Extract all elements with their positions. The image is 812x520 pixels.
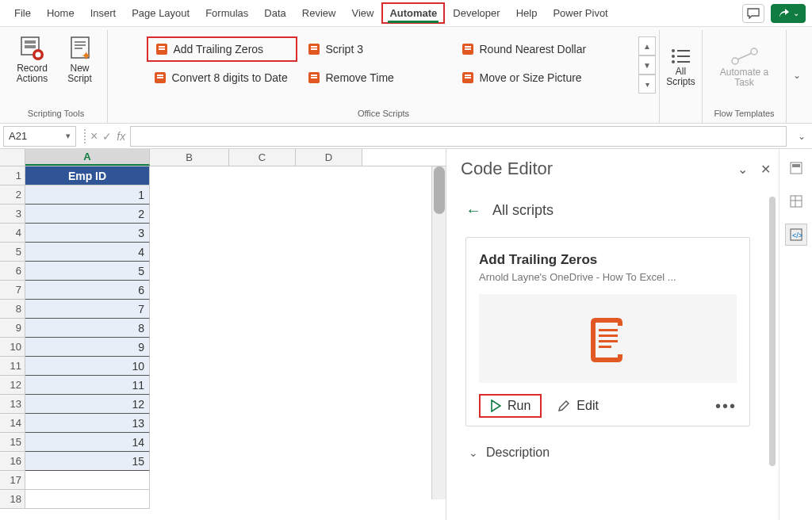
fx-icon[interactable]: fx — [117, 130, 125, 143]
script-move-size[interactable]: Move or Size Picture — [454, 65, 621, 90]
script-label: Add Trailing Zeros — [174, 43, 264, 55]
cell-A4[interactable]: 3 — [25, 224, 150, 243]
rail-cell-edit-icon[interactable] — [785, 157, 807, 179]
tab-formulas[interactable]: Formulas — [197, 2, 256, 24]
cell-A6[interactable]: 5 — [25, 262, 150, 281]
script-add-trailing-zeros[interactable]: Add Trailing Zeros — [147, 36, 297, 62]
row-header[interactable]: 7 — [0, 281, 25, 300]
svg-rect-33 — [677, 61, 690, 63]
record-actions-button[interactable]: Record Actions — [10, 32, 55, 84]
scroll-up[interactable]: ▲ — [638, 36, 656, 55]
rail-code-editor-icon[interactable]: </> — [785, 224, 807, 246]
tab-help[interactable]: Help — [508, 2, 546, 24]
rail-sheet-view-icon[interactable] — [785, 190, 807, 212]
cell-A9[interactable]: 8 — [25, 319, 150, 338]
spreadsheet-area: A B C D 1Emp ID 21 32 43 54 65 76 87 98 … — [0, 149, 446, 520]
script-card: Add Trailing Zeros Arnold Layne's OneDri… — [465, 237, 750, 426]
cell-A13[interactable]: 12 — [25, 395, 150, 414]
more-options[interactable]: ••• — [715, 397, 737, 415]
script-label: Convert 8 digits to Date — [172, 71, 288, 84]
cell-A12[interactable]: 11 — [25, 376, 150, 395]
tab-view[interactable]: View — [343, 2, 381, 24]
cell-A16[interactable]: 15 — [25, 452, 150, 471]
script-round-nearest[interactable]: Round Nearest Dollar — [454, 36, 621, 62]
svg-rect-27 — [465, 77, 471, 78]
row-header[interactable]: 1 — [0, 166, 25, 185]
tab-automate[interactable]: Automate — [381, 2, 445, 24]
cell-A14[interactable]: 13 — [25, 414, 150, 433]
enter-icon[interactable]: ✓ — [102, 130, 112, 143]
formula-input[interactable] — [130, 126, 787, 147]
record-actions-label: Record Actions — [10, 63, 55, 84]
col-header-A[interactable]: A — [25, 149, 150, 166]
cell-A10[interactable]: 9 — [25, 338, 150, 357]
row-header[interactable]: 4 — [0, 224, 25, 243]
cancel-icon[interactable]: × — [90, 129, 98, 143]
tab-powerpivot[interactable]: Power Pivot — [545, 2, 615, 24]
row-header[interactable]: 3 — [0, 205, 25, 224]
vertical-scrollbar[interactable] — [431, 166, 446, 499]
scrollbar-thumb[interactable] — [434, 166, 445, 214]
tab-data[interactable]: Data — [256, 2, 293, 24]
row-header[interactable]: 11 — [0, 357, 25, 376]
run-button[interactable]: Run — [479, 394, 542, 418]
cell-A7[interactable]: 6 — [25, 281, 150, 300]
cell-A18[interactable] — [25, 490, 150, 509]
svg-rect-1 — [25, 40, 36, 44]
cell-A3[interactable]: 2 — [25, 205, 150, 224]
cell-A2[interactable]: 1 — [25, 185, 150, 205]
cell-A15[interactable]: 14 — [25, 433, 150, 452]
cell-A11[interactable]: 10 — [25, 357, 150, 376]
tab-file[interactable]: File — [6, 2, 39, 24]
pane-scrollbar[interactable] — [769, 197, 776, 466]
row-header[interactable]: 5 — [0, 243, 25, 262]
row-header[interactable]: 16 — [0, 452, 25, 471]
all-scripts-button[interactable]: All Scripts — [666, 32, 695, 103]
row-header[interactable]: 18 — [0, 490, 25, 509]
minimize-pane-icon[interactable]: ⌄ — [737, 162, 748, 177]
name-box[interactable]: A21 ▾ — [3, 126, 76, 147]
col-header-C[interactable]: C — [229, 149, 296, 166]
row-header[interactable]: 9 — [0, 319, 25, 338]
row-header[interactable]: 6 — [0, 262, 25, 281]
col-header-B[interactable]: B — [150, 149, 229, 166]
row-header[interactable]: 17 — [0, 471, 25, 490]
svg-rect-41 — [792, 164, 800, 167]
row-header[interactable]: 13 — [0, 395, 25, 414]
script-remove-time[interactable]: Remove Time — [301, 65, 451, 90]
all-scripts-back[interactable]: ← All scripts — [465, 201, 771, 220]
row-header[interactable]: 8 — [0, 300, 25, 319]
new-script-button[interactable]: ✦ New Script — [58, 32, 102, 84]
scroll-open[interactable]: ▾ — [638, 75, 656, 94]
share-button[interactable]: ⌄ — [771, 4, 806, 23]
row-header[interactable]: 12 — [0, 376, 25, 395]
tab-insert[interactable]: Insert — [82, 2, 124, 24]
select-all-corner[interactable] — [0, 149, 25, 166]
script-script3[interactable]: Script 3 — [301, 36, 451, 62]
expand-formula-bar[interactable]: ⌄ — [791, 131, 812, 142]
collapse-ribbon[interactable]: ⌄ — [787, 30, 807, 123]
comments-button[interactable] — [742, 4, 764, 23]
card-thumbnail — [479, 294, 737, 383]
close-pane-icon[interactable]: ✕ — [760, 162, 771, 177]
row-header[interactable]: 14 — [0, 414, 25, 433]
col-header-D[interactable]: D — [296, 149, 362, 166]
tab-review[interactable]: Review — [294, 2, 344, 24]
tab-pagelayout[interactable]: Page Layout — [124, 2, 197, 24]
edit-button[interactable]: Edit — [557, 399, 599, 413]
row-header[interactable]: 10 — [0, 338, 25, 357]
row-header[interactable]: 2 — [0, 185, 25, 205]
row-header[interactable]: 15 — [0, 433, 25, 452]
tab-developer[interactable]: Developer — [445, 2, 508, 24]
script-convert8[interactable]: Convert 8 digits to Date — [147, 65, 297, 90]
automate-task-button[interactable]: Automate a Task — [709, 32, 779, 103]
cell-A5[interactable]: 4 — [25, 243, 150, 262]
tab-home[interactable]: Home — [39, 2, 82, 24]
svg-text:✦: ✦ — [81, 49, 91, 62]
cell-A17[interactable] — [25, 471, 150, 490]
cell-A1[interactable]: Emp ID — [25, 166, 150, 185]
scroll-down[interactable]: ▼ — [638, 55, 656, 75]
description-section[interactable]: ⌄ Description — [469, 445, 771, 460]
cell-A8[interactable]: 7 — [25, 300, 150, 319]
svg-rect-37 — [599, 335, 618, 337]
